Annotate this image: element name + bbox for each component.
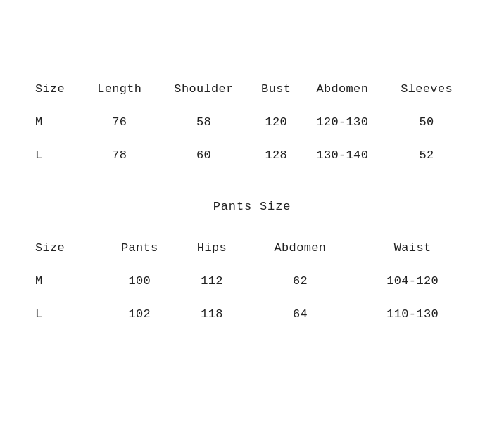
- top-table-row: L7860128130-14052: [35, 139, 469, 172]
- clothing-size-table: SizeLengthShoulderBustAbdomenSleeves M76…: [35, 75, 469, 172]
- pants-cell: 64: [244, 298, 357, 331]
- pants-table-row: M10011262104-120: [35, 264, 469, 298]
- pants-cell: 110-130: [356, 298, 469, 331]
- pants-cell: M: [35, 264, 99, 298]
- top-cell: M: [35, 106, 83, 139]
- top-table-row: M7658120120-13050: [35, 106, 469, 139]
- top-cell: 130-140: [300, 139, 384, 172]
- top-cell: 120-130: [300, 106, 384, 139]
- top-cell: L: [35, 139, 83, 172]
- top-cell: 120: [252, 106, 300, 139]
- top-cell: 58: [156, 106, 252, 139]
- pants-cell: 104-120: [356, 264, 469, 298]
- pants-header-waist: Waist: [356, 234, 469, 264]
- top-header-shoulder: Shoulder: [156, 75, 252, 106]
- main-container: SizeLengthShoulderBustAbdomenSleeves M76…: [0, 47, 504, 387]
- pants-table-row: L10211864110-130: [35, 298, 469, 331]
- pants-cell: 102: [99, 298, 179, 331]
- top-header-bust: Bust: [252, 75, 300, 106]
- top-header-size: Size: [35, 75, 83, 106]
- top-cell: 50: [384, 106, 469, 139]
- pants-cell: L: [35, 298, 99, 331]
- pants-size-table: SizePantsHipsAbdomenWaist M10011262104-1…: [35, 234, 469, 331]
- top-header-sleeves: Sleeves: [384, 75, 469, 106]
- pants-cell: 118: [179, 298, 244, 331]
- pants-cell: 100: [99, 264, 179, 298]
- pants-header-hips: Hips: [179, 234, 244, 264]
- pants-header-size: Size: [35, 234, 99, 264]
- pants-header-pants: Pants: [99, 234, 179, 264]
- pants-cell: 62: [244, 264, 357, 298]
- pants-section-title: Pants Size: [35, 200, 469, 213]
- top-cell: 128: [252, 139, 300, 172]
- top-cell: 78: [83, 139, 156, 172]
- top-cell: 60: [156, 139, 252, 172]
- pants-cell: 112: [179, 264, 244, 298]
- top-cell: 52: [384, 139, 469, 172]
- top-header-length: Length: [83, 75, 156, 106]
- pants-header-abdomen: Abdomen: [244, 234, 357, 264]
- top-cell: 76: [83, 106, 156, 139]
- top-header-abdomen: Abdomen: [300, 75, 384, 106]
